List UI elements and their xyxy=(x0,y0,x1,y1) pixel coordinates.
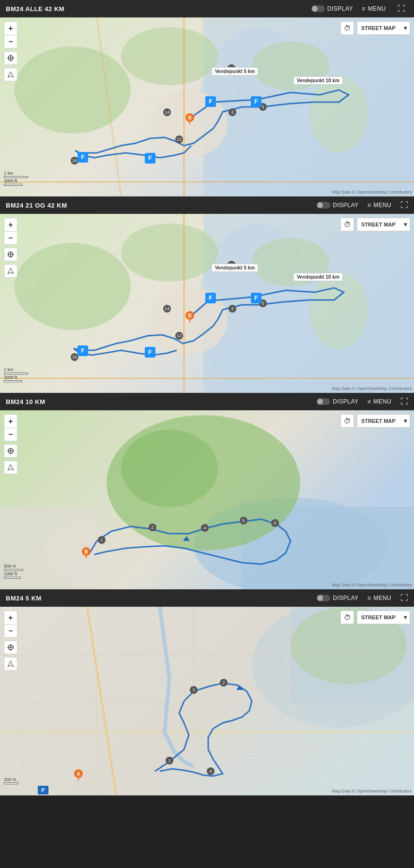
svg-text:16: 16 xyxy=(72,355,77,359)
attribution-3: Map Data © OpenStreetMap Contributors xyxy=(332,583,412,587)
route-marker-f1-2: F xyxy=(205,293,216,303)
map-title-4: BM24 5 KM xyxy=(6,595,42,602)
svg-point-100 xyxy=(190,686,198,694)
fullscreen-btn-1[interactable]: ⛶ xyxy=(395,2,408,15)
svg-marker-75 xyxy=(183,536,190,541)
svg-rect-0 xyxy=(203,17,414,196)
menu-btn-1[interactable]: ≡ MENU xyxy=(362,5,386,12)
svg-point-1 xyxy=(199,27,315,196)
map-header-4: BM24 5 KM DISPLAY ≡ MENU ⛶ xyxy=(0,589,414,607)
menu-btn-2[interactable]: ≡ MENU xyxy=(368,202,392,209)
svg-point-61 xyxy=(107,415,300,551)
zoom-in-btn-4[interactable]: + xyxy=(4,611,17,624)
direction-btn-3[interactable] xyxy=(4,461,17,474)
svg-point-3 xyxy=(121,27,218,85)
zoom-out-btn-3[interactable]: − xyxy=(4,428,17,441)
svg-point-32 xyxy=(15,243,131,330)
route-marker-f2-1: F xyxy=(251,96,261,107)
svg-point-45 xyxy=(163,305,171,313)
direction-btn-4[interactable] xyxy=(4,657,17,671)
svg-text:3: 3 xyxy=(231,306,233,311)
menu-btn-4[interactable]: ≡ MENU xyxy=(368,595,392,601)
zoom-in-btn-2[interactable]: + xyxy=(4,218,17,231)
svg-point-16 xyxy=(163,108,171,116)
map-type-dropdown-4[interactable]: Street Map xyxy=(357,611,410,624)
display-toggle-2[interactable]: DISPLAY xyxy=(317,202,358,209)
attribution-4: Map Data © OpenStreetMap Contributors xyxy=(332,789,412,793)
map-top-controls-3: ⏱ Street Map xyxy=(340,414,410,428)
svg-point-79 xyxy=(10,450,12,452)
zoom-out-btn-2[interactable]: − xyxy=(4,231,17,245)
map-container-3: 1 2 4 5 6 B + − xyxy=(0,410,414,589)
display-toggle-1[interactable]: DISPLAY xyxy=(311,5,353,12)
svg-point-47 xyxy=(229,305,236,313)
svg-text:B: B xyxy=(84,549,88,554)
direction-btn-1[interactable] xyxy=(4,68,17,81)
direction-btn-2[interactable] xyxy=(4,264,17,278)
map-type-dropdown-2[interactable]: Street Map xyxy=(357,218,410,231)
svg-point-54 xyxy=(10,254,12,255)
map-terrain-svg-2: 12 24 16 14 3 5 xyxy=(0,214,414,393)
clock-btn-3[interactable]: ⏱ xyxy=(340,414,354,428)
display-toggle-4[interactable]: DISPLAY xyxy=(317,595,358,601)
route-marker-f3-1: F xyxy=(145,153,155,164)
svg-text:B: B xyxy=(188,313,191,318)
svg-text:3: 3 xyxy=(192,688,195,692)
menu-lines-icon-3: ≡ xyxy=(368,398,371,405)
svg-text:B: B xyxy=(188,115,191,120)
waypoint-label-10km-1: Vendepunkt 10 km xyxy=(293,76,343,85)
fullscreen-btn-3[interactable]: ⛶ xyxy=(400,397,409,406)
svg-text:2: 2 xyxy=(222,680,225,685)
locate-btn-2[interactable] xyxy=(4,248,17,261)
fullscreen-btn-4[interactable]: ⛶ xyxy=(400,594,409,602)
start-marker-1: B xyxy=(185,113,195,126)
display-toggle-3[interactable]: DISPLAY xyxy=(317,398,358,405)
locate-btn-1[interactable] xyxy=(4,51,17,65)
route-marker-f4-1: F xyxy=(77,152,88,163)
svg-point-65 xyxy=(98,536,106,544)
toggle-switch-4[interactable] xyxy=(317,595,330,601)
svg-point-102 xyxy=(207,767,215,775)
zoom-controls-3: + − xyxy=(4,414,17,441)
route-marker-f3-2: F xyxy=(145,347,155,358)
svg-text:1: 1 xyxy=(168,758,170,763)
map-terrain-svg-4: 1 2 3 4 P xyxy=(0,607,414,795)
waypoint-label-5km-1: Vendepunkt 5 km xyxy=(212,67,258,75)
svg-point-18 xyxy=(229,108,236,116)
clock-btn-2[interactable]: ⏱ xyxy=(340,218,354,231)
fullscreen-btn-2[interactable]: ⛶ xyxy=(400,201,409,210)
clock-btn-1[interactable]: ⏱ xyxy=(340,21,354,35)
zoom-in-btn-1[interactable]: + xyxy=(4,21,17,35)
scale-bar-1: 1 km 3000 ft xyxy=(4,171,28,186)
toggle-switch-1[interactable] xyxy=(311,5,325,12)
svg-text:5: 5 xyxy=(261,301,264,306)
svg-point-73 xyxy=(271,519,279,527)
map-type-dropdown-3[interactable]: Street Map xyxy=(357,414,410,428)
menu-lines-icon-2: ≡ xyxy=(368,202,371,209)
svg-point-67 xyxy=(149,524,156,531)
zoom-out-btn-1[interactable]: − xyxy=(4,35,17,48)
map-header-controls-3: DISPLAY ≡ MENU ⛶ xyxy=(317,397,408,406)
svg-point-35 xyxy=(310,272,368,349)
locate-btn-3[interactable] xyxy=(4,444,17,458)
map-type-dropdown-1[interactable]: Street Map xyxy=(357,21,410,35)
locate-btn-4[interactable] xyxy=(4,641,17,654)
svg-rect-105 xyxy=(38,786,48,794)
waypoint-label-10km-2: Vendepunkt 10 km xyxy=(293,273,343,281)
map-top-controls-4: ⏱ Street Map xyxy=(340,611,410,624)
zoom-in-btn-3[interactable]: + xyxy=(4,414,17,428)
attribution-2: Map Data © OpenStreetMap Contributors xyxy=(332,386,412,391)
menu-btn-3[interactable]: ≡ MENU xyxy=(368,398,392,405)
route-marker-f1-1: F xyxy=(205,96,216,107)
start-marker-2: B xyxy=(185,311,195,324)
svg-point-39 xyxy=(175,332,183,340)
svg-marker-104 xyxy=(236,685,243,690)
svg-point-5 xyxy=(310,75,368,153)
clock-btn-4[interactable]: ⏱ xyxy=(340,611,354,624)
toggle-switch-3[interactable] xyxy=(317,398,330,405)
svg-rect-30 xyxy=(203,214,414,393)
toggle-switch-2[interactable] xyxy=(317,202,330,209)
zoom-out-btn-4[interactable]: − xyxy=(4,624,17,638)
map-container-1: 12 24 16 14 3 5 Vendepunkt 5 km Vendepun… xyxy=(0,17,414,196)
map-top-controls-2: ⏱ Street Map xyxy=(340,218,410,231)
